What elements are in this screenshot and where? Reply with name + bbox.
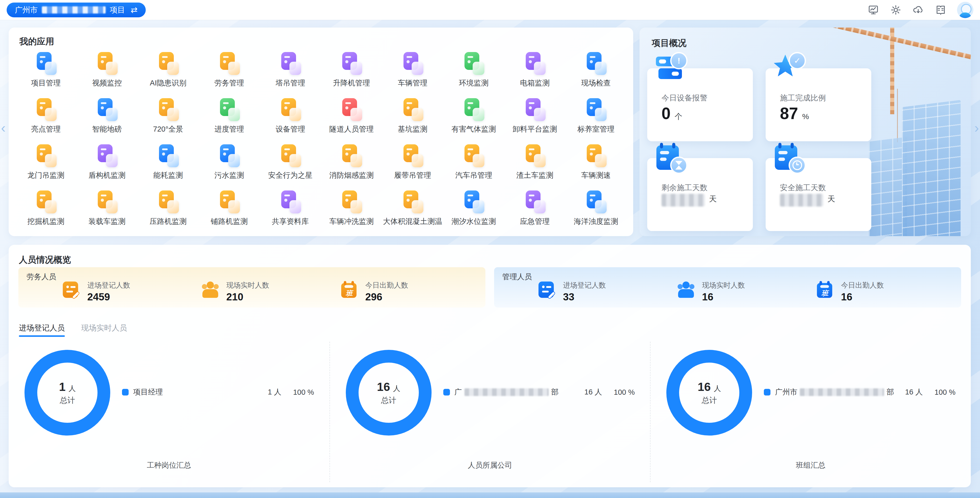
- app-label: 污水监测: [199, 170, 260, 181]
- app-item[interactable]: 塔吊管理: [260, 48, 321, 95]
- app-item[interactable]: 车辆冲洗监测: [321, 187, 382, 233]
- labor-personnel-group: 劳务人员 进场登记人数 2459 现场实时人数 210班 今日出勤人数 296: [18, 267, 485, 308]
- management-stats: 进场登记人数 33 现场实时人数 16班 今日出勤人数 16: [538, 281, 955, 303]
- tab-inactive[interactable]: 现场实时人员: [81, 323, 127, 337]
- carousel-left-icon[interactable]: ‹: [1, 120, 6, 136]
- overview-card: ! 今日设备报警 0个: [647, 68, 753, 141]
- app-item[interactable]: 能耗监测: [138, 141, 199, 187]
- app-item[interactable]: 基坑监测: [382, 95, 443, 141]
- app-item[interactable]: 应急管理: [504, 187, 566, 233]
- chart-section: 16 人 总计 广州市部 16 人 100 % 班组汇总: [650, 342, 971, 482]
- app-label: 标养室管理: [566, 124, 627, 134]
- project-overview-panel: 项目概况 ! 今日设备报警 0个✓ 施工完成比例 87% 剩余施工天数 天 安全…: [640, 27, 971, 236]
- chart-section: 1 人 总计 项目经理 1 人 100 % 工种岗位汇总: [9, 342, 329, 482]
- app-icon: [217, 97, 242, 122]
- app-item[interactable]: 720°全景: [138, 95, 199, 141]
- app-label: 装载车监测: [76, 216, 138, 227]
- app-item[interactable]: 环境监测: [443, 48, 504, 95]
- app-icon: [95, 97, 119, 122]
- app-item[interactable]: 现场检查: [566, 48, 627, 95]
- app-item[interactable]: 潮汐水位监测: [443, 187, 504, 233]
- app-icon: [95, 236, 119, 236]
- app-item[interactable]: 项目管理: [15, 48, 76, 95]
- legend-row: 广州市部 16 人 100 %: [764, 387, 956, 397]
- calendar-clock-icon: [773, 142, 807, 173]
- app-label: 环境监测: [443, 78, 504, 88]
- app-item[interactable]: 海洋浊度监测: [566, 187, 627, 233]
- app-item[interactable]: 隧道人员管理: [321, 95, 382, 141]
- legend-row: 项目经理 1 人 100 %: [122, 387, 314, 397]
- card-label: 安全施工天数: [780, 182, 826, 193]
- app-item[interactable]: 进度管理: [199, 95, 260, 141]
- app-item[interactable]: 渣土车监测: [504, 141, 566, 187]
- chart-footer-label: 人员所属公司: [330, 460, 650, 471]
- app-item[interactable]: 铺路机监测: [199, 187, 260, 233]
- app-item[interactable]: 升降机管理: [321, 48, 382, 95]
- app-item[interactable]: 车辆测速: [566, 141, 627, 187]
- app-item[interactable]: 大体积混凝土测温: [382, 187, 443, 233]
- app-item[interactable]: 设备管理: [260, 95, 321, 141]
- app-icon: [401, 143, 425, 168]
- app-item-partial: [15, 233, 76, 236]
- app-item[interactable]: 污水监测: [199, 141, 260, 187]
- app-label: 共享资料库: [260, 216, 321, 227]
- app-icon: [401, 51, 425, 76]
- app-item[interactable]: 劳务管理: [199, 48, 260, 95]
- app-icon: [34, 51, 58, 76]
- app-item[interactable]: 汽车吊管理: [443, 141, 504, 187]
- app-icon: [95, 189, 119, 214]
- app-label: 渣土车监测: [504, 170, 566, 181]
- app-label: 升降机管理: [321, 78, 382, 88]
- settings-gear-icon[interactable]: [890, 4, 902, 16]
- app-label: 龙门吊监测: [15, 170, 76, 181]
- donut-total: 16: [698, 380, 711, 394]
- charts-row: 1 人 总计 项目经理 1 人 100 % 工种岗位汇总 16 人 总计 广部 …: [9, 342, 971, 482]
- legend-count: 16 人: [584, 387, 602, 397]
- app-item[interactable]: 车辆管理: [382, 48, 443, 95]
- app-item[interactable]: 挖掘机监测: [15, 187, 76, 233]
- stat-label: 进场登记人数: [563, 281, 606, 290]
- app-icon: [278, 143, 303, 168]
- app-item[interactable]: 标养室管理: [566, 95, 627, 141]
- personnel-stat: 现场实时人数 210: [201, 281, 340, 303]
- app-item[interactable]: 卸料平台监测: [504, 95, 566, 141]
- stat-value: 2459: [87, 291, 130, 303]
- app-item[interactable]: 亮点管理: [15, 95, 76, 141]
- app-label: 车辆管理: [382, 78, 443, 88]
- personnel-stat: 现场实时人数 16: [677, 281, 816, 303]
- app-icon: [95, 51, 119, 76]
- monitor-chart-icon[interactable]: [867, 4, 880, 16]
- app-item[interactable]: 盾构机监测: [76, 141, 138, 187]
- legend-name: 广部: [455, 387, 558, 397]
- app-icon: [461, 97, 486, 122]
- app-item[interactable]: 有害气体监测: [443, 95, 504, 141]
- app-item[interactable]: 电箱监测: [504, 48, 566, 95]
- legend-percent: 100 %: [614, 388, 635, 396]
- project-switcher-button[interactable]: 广州市 项目 ⇄: [6, 3, 146, 17]
- carousel-right-icon[interactable]: ›: [974, 120, 979, 136]
- my-apps-title: 我的应用: [19, 36, 54, 48]
- app-label: 消防烟感监测: [321, 170, 382, 181]
- stat-value: 16: [702, 291, 745, 303]
- app-icon: [461, 51, 486, 76]
- app-label: 海洋浊度监测: [566, 216, 627, 227]
- app-item[interactable]: 龙门吊监测: [15, 141, 76, 187]
- app-label: 有害气体监测: [443, 124, 504, 134]
- redacted-value: [780, 194, 823, 206]
- app-item[interactable]: AI隐患识别: [138, 48, 199, 95]
- user-avatar[interactable]: [957, 2, 974, 18]
- legend-name: 项目经理: [133, 387, 163, 397]
- app-item[interactable]: 视频监控: [76, 48, 138, 95]
- app-item[interactable]: 装载车监测: [76, 187, 138, 233]
- app-item[interactable]: 共享资料库: [260, 187, 321, 233]
- handbook-icon[interactable]: [935, 4, 947, 16]
- app-item[interactable]: 压路机监测: [138, 187, 199, 233]
- app-item[interactable]: 安全行为之星: [260, 141, 321, 187]
- app-item[interactable]: 履带吊管理: [382, 141, 443, 187]
- cloud-download-icon[interactable]: [912, 4, 924, 16]
- app-item[interactable]: 智能地磅: [76, 95, 138, 141]
- app-item[interactable]: 消防烟感监测: [321, 141, 382, 187]
- management-personnel-group: 管理人员 进场登记人数 33 现场实时人数 16班 今日出勤人数 16: [494, 267, 961, 308]
- tab-active[interactable]: 进场登记人员: [19, 323, 65, 337]
- stat-value: 210: [226, 291, 269, 303]
